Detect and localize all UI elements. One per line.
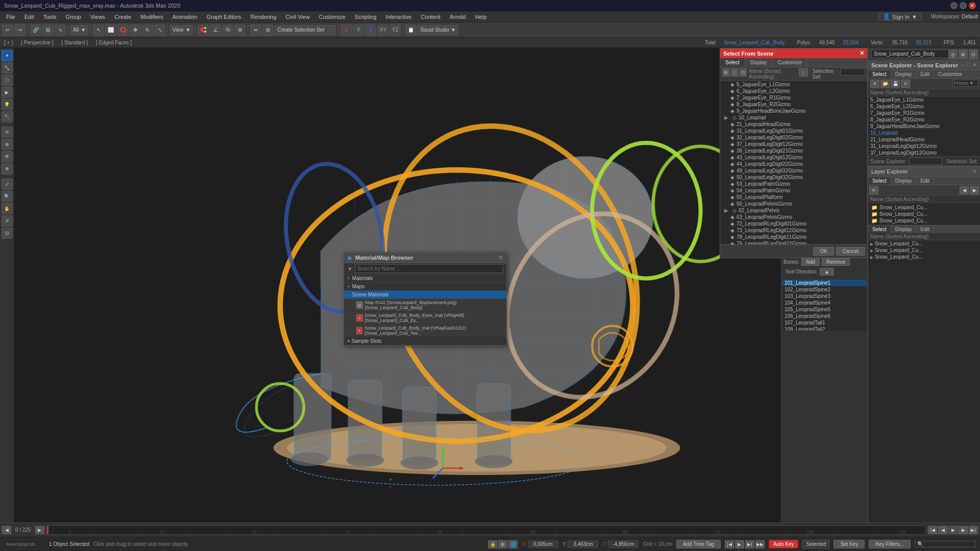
menu-tools[interactable]: Tools: [39, 13, 61, 21]
sfs-item-24[interactable]: ◈ 79_LeopradRLegDigit22Gizmo: [720, 240, 867, 244]
select-region-rect-button[interactable]: ⬜: [105, 24, 116, 36]
select-region-circle-button[interactable]: ⭕: [117, 24, 129, 36]
key-filters-btn[interactable]: Key Filters...: [869, 540, 911, 548]
mat-item-1[interactable]: M Map #142 (SnowLeopard_displacement.png…: [344, 299, 506, 312]
timeline-left-btn[interactable]: ◀: [2, 526, 11, 534]
utilities-panel-btn[interactable]: 🔨: [2, 111, 13, 122]
se-btn-4[interactable]: ≡: [901, 80, 910, 88]
le-scroll-right[interactable]: ▶: [970, 186, 979, 194]
zoom-region-btn[interactable]: 🔍: [2, 191, 13, 202]
le-item-1[interactable]: 📁 Snow_Leopard_Cu...: [869, 211, 979, 217]
maximize-viewport-btn[interactable]: ⊡: [2, 228, 13, 239]
sfs-item-6[interactable]: ◈ 21_LeopradHeadGizmo: [720, 121, 867, 128]
x-axis-button[interactable]: X: [340, 24, 352, 36]
bone-item-2[interactable]: 103_LeopradSpine3: [782, 293, 866, 299]
z-axis-button[interactable]: Z: [365, 24, 376, 36]
menu-create[interactable]: Create: [110, 13, 135, 21]
sfs-item-11[interactable]: ◈ 43_LeopradLegDigit12Gizmo: [720, 154, 867, 161]
play-anim-btn[interactable]: ▶: [735, 540, 744, 548]
x-value[interactable]: 0,005cm: [528, 540, 558, 548]
menu-civil-view[interactable]: Civil View: [281, 13, 313, 21]
spinner-snap-button[interactable]: ⚙: [234, 24, 246, 36]
world-space-btn[interactable]: 🌐: [508, 540, 518, 548]
se-close[interactable]: ✕: [972, 62, 977, 68]
mat-browser-close[interactable]: ✕: [498, 254, 503, 261]
goto-start-btn[interactable]: |◀: [928, 526, 937, 534]
zoom-extents-btn[interactable]: ⤢: [2, 179, 13, 190]
fr-item-1[interactable]: ▶ Snow_Leopard_Cu...: [868, 247, 980, 254]
play-btn[interactable]: ▶: [948, 526, 958, 534]
sfs-item-3[interactable]: ◈ 8_JaguarEye_R2Gizmo: [720, 101, 867, 108]
mat-scene-materials-section[interactable]: − Scene Materials: [344, 291, 506, 299]
sfs-item-4[interactable]: ◈ 9_JaguarHeadBoneJawGizmo: [720, 108, 867, 114]
se-minimize[interactable]: ─: [961, 62, 965, 68]
timeline-track[interactable]: 0 25 50 75 100 125 150 175 200 225: [46, 525, 926, 535]
menu-animation[interactable]: Animation: [168, 13, 202, 21]
menu-file[interactable]: File: [2, 13, 19, 21]
sfs-selection-set-field[interactable]: [841, 68, 865, 76]
se-maximize[interactable]: □: [967, 62, 970, 68]
vp-control-1[interactable]: ◎: [948, 50, 958, 59]
le-item-2[interactable]: 📁 Snow_Leopard_Cu...: [869, 217, 979, 224]
mat-item-2[interactable]: X Snow_Leopard_Cub_Body_Eyes_mat (VRayMt…: [344, 312, 506, 324]
se-tab-display[interactable]: Display: [891, 70, 917, 78]
sfs-item-10[interactable]: ◈ 38_LeopradLegDigit21Gizmo: [720, 147, 867, 154]
le-tab-display[interactable]: Display: [891, 177, 917, 185]
fr-tab-select[interactable]: Select: [868, 226, 891, 233]
menu-scripting[interactable]: Scripting: [351, 13, 381, 21]
bone-item-3[interactable]: 104_LeopradSpine4: [782, 299, 866, 306]
se-item-3[interactable]: 8_JaguarEye_R2Gizmo: [868, 116, 980, 123]
scale-button[interactable]: ⤡: [154, 24, 165, 36]
sfs-tab-display[interactable]: Display: [745, 58, 773, 67]
bone-item-4[interactable]: 105_LeopradSpine5: [782, 306, 866, 313]
se-item-1[interactable]: 6_JaguarEye_L2Gizmo: [868, 103, 980, 110]
se-item-7[interactable]: 31_LeopradLegDigit12Gizmo: [868, 143, 980, 149]
menu-group[interactable]: Group: [61, 13, 85, 21]
bind-button[interactable]: ∿: [55, 24, 66, 36]
sfs-sort-btn[interactable]: ↕: [799, 68, 808, 77]
sfs-item-17[interactable]: ◈ 55_LeopradPlatform: [720, 194, 867, 201]
close-button[interactable]: ✕: [969, 2, 976, 9]
sign-in-button[interactable]: 👤 Sign In ▼: [878, 13, 922, 20]
sfs-item-5[interactable]: ▶ ◇ 10_Leoprad: [720, 114, 867, 121]
menu-arnold[interactable]: Arnold: [446, 13, 470, 21]
sfs-invert-btn[interactable]: ⊡: [740, 68, 747, 77]
undo-button[interactable]: ↩: [2, 24, 13, 36]
sfs-item-23[interactable]: ◈ 78_LeopradRLegDigit11Gizmo: [720, 234, 867, 240]
bone-item-0[interactable]: 101_LeopradSpine1: [782, 280, 866, 286]
menu-views[interactable]: Views: [86, 13, 109, 21]
menu-modifiers[interactable]: Modifiers: [136, 13, 167, 21]
prev-frame-btn[interactable]: ◀: [938, 526, 947, 534]
hierarchy-panel-btn[interactable]: ⬡: [2, 74, 13, 86]
create-panel-btn[interactable]: ✦: [2, 50, 13, 61]
sfs-item-20[interactable]: ◈ 63_LeopradPelvisGizmo: [720, 214, 867, 220]
bone-item-6[interactable]: 107_LeopradTail1: [782, 319, 866, 326]
y-value[interactable]: 3,463cm: [568, 540, 598, 548]
link-button[interactable]: 🔗: [30, 24, 41, 36]
sfs-tab-select[interactable]: Select: [720, 58, 745, 67]
le-item-0[interactable]: 📁 Snow_Leopard_Cu...: [869, 204, 979, 211]
le-tab-edit[interactable]: Edit: [917, 177, 934, 185]
vp-control-3[interactable]: ⊡: [969, 50, 978, 59]
sfs-item-7[interactable]: ◈ 31_LeopradLegDigit01Gizmo: [720, 128, 867, 134]
z-value[interactable]: -4,856cm: [608, 540, 639, 548]
sfs-item-14[interactable]: ◈ 50_LeopradLegDigit32Gizmo: [720, 174, 867, 181]
maxscript-mini[interactable]: MAXScript Mi...: [4, 539, 45, 549]
sfs-item-22[interactable]: ◈ 73_LeopradRLegDigit12Gizmo: [720, 227, 867, 234]
motion-panel-btn[interactable]: ▶: [2, 87, 13, 98]
create-selection-set-field[interactable]: Create Selection Set: [275, 25, 336, 35]
unlink-button[interactable]: ⛓: [42, 24, 54, 36]
modify-panel-btn[interactable]: 🔧: [2, 62, 13, 73]
sfs-cancel-button[interactable]: Cancel: [836, 247, 865, 256]
angle-snap-button[interactable]: ∠: [210, 24, 221, 36]
se-item-8[interactable]: 37_LeopradLegDigit12Gizmo: [868, 149, 980, 156]
select-by-name-btn[interactable]: H: [2, 127, 13, 138]
fr-tab-display[interactable]: Display: [891, 226, 917, 233]
bone-item-1[interactable]: 102_LeopradSpine2: [782, 286, 866, 293]
play-options-btn[interactable]: ▶▶: [755, 540, 765, 548]
le-close-btn[interactable]: ✕: [869, 186, 878, 194]
se-btn-1[interactable]: ✕: [870, 80, 879, 88]
sfs-ok-button[interactable]: OK: [813, 247, 834, 256]
sfs-close[interactable]: ✕: [860, 50, 864, 57]
bottom-search-input[interactable]: [923, 541, 980, 547]
